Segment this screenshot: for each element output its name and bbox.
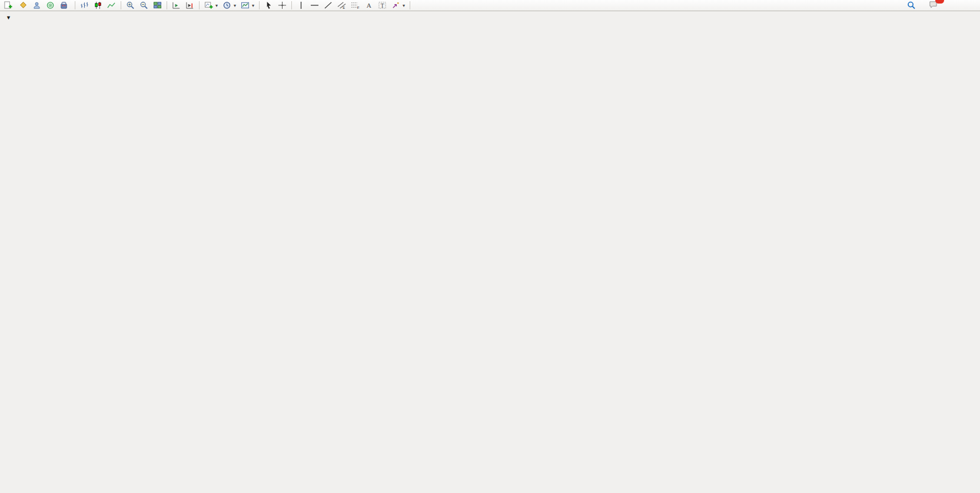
candlestick-icon [94, 1, 102, 9]
candlestick-chart-button[interactable] [91, 1, 105, 11]
user-icon [32, 1, 41, 9]
chevron-down-icon: ▾ [403, 3, 405, 8]
fibonacci-icon: F [351, 1, 360, 9]
text-button[interactable]: A [362, 1, 376, 11]
chart-canvas[interactable] [0, 0, 980, 493]
chart-shift-button[interactable] [183, 1, 197, 11]
robot-icon [59, 1, 68, 9]
chart-dropdown-icon[interactable]: ▼ [6, 15, 11, 21]
toolbar-separator [167, 1, 167, 9]
svg-text:T: T [381, 3, 384, 9]
auto-scroll-button[interactable] [170, 1, 183, 11]
templates-button[interactable]: ▾ [238, 1, 257, 11]
crosshair-icon [278, 1, 287, 9]
tile-windows-button[interactable] [151, 1, 164, 11]
search-icon [907, 1, 916, 9]
auto-scroll-icon [172, 1, 181, 9]
toolbar-separator [410, 1, 410, 9]
profile-button[interactable] [16, 1, 30, 11]
text-label-icon: T [378, 1, 387, 9]
arrows-button[interactable]: ▾ [389, 1, 407, 11]
indicators-button[interactable]: ▾ [202, 1, 220, 11]
chevron-down-icon: ▾ [215, 3, 218, 8]
vertical-line-button[interactable] [294, 1, 308, 11]
trading-terminal: ▾ ▾ ▾ E F A T ▾ ▼ [0, 0, 980, 493]
bar-chart-button[interactable] [78, 1, 91, 11]
zoom-out-icon [139, 1, 148, 9]
toolbar-separator [75, 1, 75, 9]
new-order-icon [4, 1, 12, 9]
toolbar-right-icons [905, 0, 940, 11]
zoom-out-button[interactable] [137, 1, 151, 11]
notification-badge [935, 0, 944, 4]
new-order-button[interactable] [1, 1, 16, 11]
toolbar: ▾ ▾ ▾ E F A T ▾ [0, 0, 980, 11]
line-chart-icon [107, 1, 116, 9]
tile-windows-icon [153, 1, 162, 9]
clock-icon [222, 1, 231, 9]
chart-shift-icon [185, 1, 194, 9]
crosshair-button[interactable] [275, 1, 289, 11]
text-label-button[interactable]: T [376, 1, 389, 11]
svg-text:F: F [357, 6, 360, 9]
trendline-button[interactable] [321, 1, 335, 11]
chevron-down-icon: ▾ [234, 3, 236, 8]
signal-icon [46, 1, 55, 9]
horizontal-line-icon [310, 1, 319, 9]
arrow-objects-icon [391, 1, 400, 9]
line-chart-button[interactable] [105, 1, 118, 11]
vertical-line-icon [297, 1, 305, 9]
chart-title-bar[interactable]: ▼ [6, 15, 15, 21]
search-button[interactable] [905, 1, 918, 11]
toolbar-separator [121, 1, 121, 9]
notifications-wrap [926, 0, 940, 11]
horizontal-line-button[interactable] [308, 1, 321, 11]
signals-button[interactable] [44, 1, 57, 11]
channel-button[interactable]: E [335, 1, 348, 11]
toolbar-separator [259, 1, 260, 9]
toolbar-separator [291, 1, 292, 9]
community-button[interactable] [30, 1, 44, 11]
cursor-button[interactable] [262, 1, 275, 11]
template-icon [241, 1, 250, 9]
diamond-icon [19, 1, 28, 9]
equidistant-channel-icon: E [337, 1, 346, 9]
text-icon: A [364, 1, 373, 9]
bar-chart-icon [80, 1, 89, 9]
indicators-icon [204, 1, 213, 9]
periods-button[interactable]: ▾ [220, 1, 238, 11]
zoom-in-icon [126, 1, 135, 9]
cursor-icon [264, 1, 273, 9]
autotrading-button[interactable] [57, 1, 72, 11]
fibonacci-button[interactable]: F [348, 1, 362, 11]
svg-text:A: A [367, 2, 371, 9]
zoom-in-button[interactable] [124, 1, 137, 11]
svg-text:E: E [343, 6, 345, 9]
toolbar-separator [199, 1, 200, 9]
chevron-down-icon: ▾ [252, 3, 254, 8]
trendline-icon [324, 1, 333, 9]
